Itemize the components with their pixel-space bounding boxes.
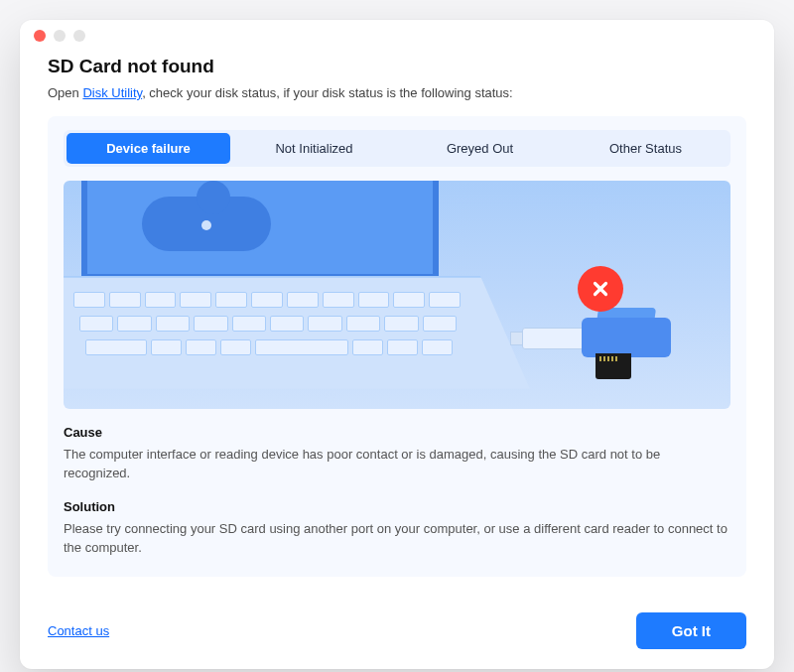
cause-heading: Cause bbox=[64, 425, 730, 440]
tab-greyed-out[interactable]: Greyed Out bbox=[398, 133, 562, 164]
dialog-title: SD Card not found bbox=[48, 56, 746, 77]
got-it-button[interactable]: Got It bbox=[636, 612, 746, 649]
tab-device-failure[interactable]: Device failure bbox=[66, 133, 230, 164]
sd-card-graphic bbox=[596, 353, 631, 379]
solution-text: Please try connecting your SD card using… bbox=[64, 520, 730, 558]
subtitle-suffix: , check your disk status, if your disk s… bbox=[142, 85, 513, 100]
dialog-content: SD Card not found Open Disk Utility, che… bbox=[20, 56, 774, 595]
window-close-button[interactable] bbox=[34, 30, 46, 42]
keyboard-row-1 bbox=[73, 292, 461, 308]
dialog-subtitle: Open Disk Utility, check your disk statu… bbox=[48, 85, 746, 100]
x-circle-icon bbox=[578, 266, 623, 312]
subtitle-prefix: Open bbox=[48, 85, 82, 100]
disk-utility-link[interactable]: Disk Utility bbox=[82, 85, 142, 100]
tab-other-status[interactable]: Other Status bbox=[564, 133, 728, 164]
dialog-window: SD Card not found Open Disk Utility, che… bbox=[20, 20, 774, 669]
status-panel: Device failure Not Initialized Greyed Ou… bbox=[48, 116, 746, 577]
status-tabs: Device failure Not Initialized Greyed Ou… bbox=[64, 130, 730, 167]
screen-dot-graphic bbox=[201, 220, 211, 230]
keyboard-row-3 bbox=[85, 339, 453, 355]
window-zoom-button[interactable] bbox=[73, 30, 85, 42]
cause-text: The computer interface or reading device… bbox=[64, 446, 730, 483]
dialog-footer: Contact us Got It bbox=[20, 595, 774, 669]
tab-not-initialized[interactable]: Not Initialized bbox=[232, 133, 396, 164]
keyboard-row-2 bbox=[79, 316, 457, 332]
laptop-screen-graphic bbox=[81, 181, 439, 280]
solution-heading: Solution bbox=[64, 499, 730, 514]
titlebar bbox=[20, 20, 774, 52]
window-minimize-button[interactable] bbox=[54, 30, 66, 42]
status-illustration bbox=[64, 181, 730, 409]
card-reader-body-graphic bbox=[582, 318, 671, 357]
contact-us-link[interactable]: Contact us bbox=[48, 623, 109, 638]
